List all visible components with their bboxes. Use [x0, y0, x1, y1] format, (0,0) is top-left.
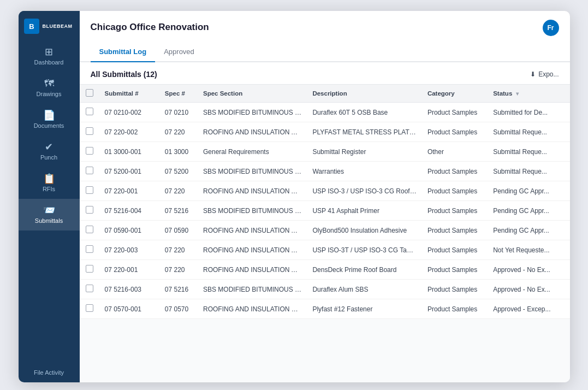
- row-status: Submitted for De...: [488, 103, 569, 122]
- col-header-status[interactable]: Status ▾: [488, 85, 569, 103]
- export-icon: ⬇: [530, 70, 536, 78]
- row-status: Pending GC Appr...: [488, 201, 569, 221]
- sidebar-item-label: Submittals: [35, 217, 63, 224]
- row-spec: 07 5216: [159, 280, 198, 299]
- row-submittal: 07 0210-002: [99, 103, 159, 122]
- row-checkbox[interactable]: [80, 240, 99, 260]
- row-submittal: 01 3000-001: [99, 142, 159, 162]
- row-spec: 07 220: [159, 240, 198, 260]
- row-description: DensDeck Prime Roof Board: [307, 260, 421, 280]
- row-section: SBS MODIFIED BITUMINOUS MEMBR...: [198, 201, 307, 221]
- col-header-spec: Spec #: [159, 85, 198, 103]
- row-category: Product Samples: [422, 162, 488, 181]
- col-header-section: Spec Section: [198, 85, 307, 103]
- row-submittal: 07 220-003: [99, 240, 159, 260]
- row-status: Submittal Reque...: [488, 142, 569, 162]
- col-header-category: Category: [422, 85, 488, 103]
- table-row: 07 220-001 07 220 ROOFING AND INSULATION…: [80, 260, 570, 280]
- dashboard-icon: ⊞: [45, 47, 53, 57]
- row-description: Duraflex 60T 5 OSB Base: [307, 103, 421, 122]
- sidebar-item-label: Punch: [40, 154, 57, 161]
- row-category: Other: [422, 142, 488, 162]
- row-status: Submittal Reque...: [488, 162, 569, 181]
- row-checkbox[interactable]: [80, 103, 99, 122]
- row-spec: 07 5200: [159, 162, 198, 181]
- user-avatar[interactable]: Fr: [543, 20, 559, 36]
- row-description: USP ISO-3 / USP ISO-3 CG Roof Insulation: [307, 181, 421, 201]
- table-wrapper: Submittal # Spec # Spec Section Descript…: [80, 84, 570, 319]
- table-row: 07 220-002 07 220 ROOFING AND INSULATION…: [80, 122, 570, 142]
- row-submittal: 07 5200-001: [99, 162, 159, 181]
- row-submittal: 07 220-001: [99, 181, 159, 201]
- main-content: Chicago Office Renovation Fr Submittal L…: [80, 11, 570, 382]
- row-description: Warranties: [307, 162, 421, 181]
- row-section: General Requirements: [198, 142, 307, 162]
- row-status: Submittal Reque...: [488, 122, 569, 142]
- logo-icon: B: [24, 19, 39, 34]
- tab-approved[interactable]: Approved: [155, 42, 203, 62]
- sidebar-item-dashboard[interactable]: ⊞ Dashboard: [19, 40, 80, 72]
- row-description: Submittal Register: [307, 142, 421, 162]
- row-submittal: 07 0570-001: [99, 299, 159, 319]
- row-section: SBS MODIFIED BITUMINOUS MEMBR...: [198, 103, 307, 122]
- row-checkbox[interactable]: [80, 162, 99, 181]
- row-description: Plyfast #12 Fastener: [307, 299, 421, 319]
- row-submittal: 07 220-001: [99, 260, 159, 280]
- row-section: SBS MODIFIED BITUMINOUS MEMBR...: [198, 162, 307, 181]
- row-spec: 07 5216: [159, 201, 198, 221]
- file-activity-button[interactable]: File Activity: [19, 363, 80, 382]
- row-category: Product Samples: [422, 299, 488, 319]
- row-section: ROOFING AND INSULATION ADHESIV...: [198, 122, 307, 142]
- row-category: Product Samples: [422, 122, 488, 142]
- row-spec: 07 220: [159, 122, 198, 142]
- table-row: 07 0590-001 07 0590 ROOFING AND INSULATI…: [80, 221, 570, 240]
- row-status: Not Yet Requeste...: [488, 240, 569, 260]
- documents-icon: 📄: [43, 110, 55, 120]
- row-checkbox[interactable]: [80, 260, 99, 280]
- row-category: Product Samples: [422, 181, 488, 201]
- select-all-checkbox[interactable]: [86, 89, 93, 97]
- row-description: USP 41 Asphalt Primer: [307, 201, 421, 221]
- sidebar-item-label: Documents: [34, 122, 64, 129]
- sidebar-item-submittals[interactable]: 📨 Submittals: [19, 199, 80, 231]
- sidebar-item-drawings[interactable]: 🗺 Drawings: [19, 72, 80, 104]
- row-checkbox[interactable]: [80, 122, 99, 142]
- sidebar-item-rfis[interactable]: 📋 RFIs: [19, 167, 80, 199]
- row-category: Product Samples: [422, 103, 488, 122]
- row-description: Duraflex Alum SBS: [307, 280, 421, 299]
- row-checkbox[interactable]: [80, 299, 99, 319]
- row-status: Pending GC Appr...: [488, 181, 569, 201]
- row-spec: 07 220: [159, 181, 198, 201]
- content-area: All Submittals (12) ⬇ Expo... Submittal …: [80, 62, 570, 382]
- sidebar-item-punch[interactable]: ✔ Punch: [19, 135, 80, 167]
- row-section: ROOFING AND INSULATION ADHESIV...: [198, 221, 307, 240]
- logo-text: BLUEBEAM: [43, 23, 73, 29]
- row-checkbox[interactable]: [80, 221, 99, 240]
- content-header: All Submittals (12) ⬇ Expo...: [80, 62, 570, 84]
- table-row: 07 220-003 07 220 ROOFING AND INSULATION…: [80, 240, 570, 260]
- export-button[interactable]: ⬇ Expo...: [530, 70, 559, 78]
- row-checkbox[interactable]: [80, 142, 99, 162]
- table-row: 07 5216-004 07 5216 SBS MODIFIED BITUMIN…: [80, 201, 570, 221]
- row-description: PLYFAST METAL STRESS PLATES: [307, 122, 421, 142]
- submittals-table: Submittal # Spec # Spec Section Descript…: [80, 84, 570, 319]
- sidebar-item-label: Drawings: [37, 91, 62, 97]
- row-status: Approved - No Ex...: [488, 280, 569, 299]
- col-header-checkbox[interactable]: [80, 85, 99, 103]
- row-section: ROOFING AND INSULATION ADHESIV...: [198, 181, 307, 201]
- sidebar-item-documents[interactable]: 📄 Documents: [19, 104, 80, 135]
- tab-submittal-log[interactable]: Submittal Log: [91, 42, 156, 62]
- row-submittal: 07 5216-004: [99, 201, 159, 221]
- table-row: 07 5200-001 07 5200 SBS MODIFIED BITUMIN…: [80, 162, 570, 181]
- sidebar-item-label: RFIs: [43, 186, 55, 192]
- row-spec: 07 0590: [159, 221, 198, 240]
- tab-bar: Submittal Log Approved: [80, 42, 570, 62]
- row-checkbox[interactable]: [80, 181, 99, 201]
- header: Chicago Office Renovation Fr: [80, 11, 570, 43]
- row-category: Product Samples: [422, 280, 488, 299]
- row-checkbox[interactable]: [80, 201, 99, 221]
- row-description: USP ISO-3T / USP ISO-3 CG Tapered Roof I…: [307, 240, 421, 260]
- table-row: 07 5216-003 07 5216 SBS MODIFIED BITUMIN…: [80, 280, 570, 299]
- row-section: ROOFING AND INSULATION FASTENE...: [198, 299, 307, 319]
- row-checkbox[interactable]: [80, 280, 99, 299]
